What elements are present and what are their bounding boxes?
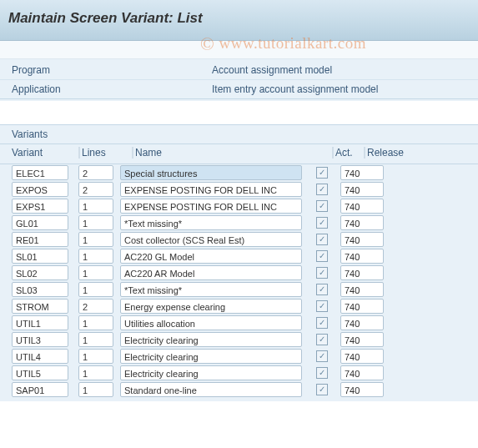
cell-lines[interactable]: 1 bbox=[78, 282, 113, 297]
table-row[interactable]: EXPS11EXPENSE POSTING FOR DELL INC✓740 bbox=[0, 198, 478, 214]
cell-variant[interactable]: SAP01 bbox=[12, 382, 68, 397]
cell-name[interactable]: EXPENSE POSTING FOR DELL INC bbox=[120, 182, 302, 197]
checkbox-act[interactable]: ✓ bbox=[316, 200, 328, 212]
cell-lines[interactable]: 1 bbox=[78, 349, 113, 364]
cell-release[interactable]: 740 bbox=[340, 282, 384, 297]
cell-name[interactable]: Energy expense clearing bbox=[120, 299, 302, 314]
cell-act: ✓ bbox=[307, 234, 337, 245]
cell-name[interactable]: EXPENSE POSTING FOR DELL INC bbox=[120, 199, 302, 214]
cell-release[interactable]: 740 bbox=[340, 349, 384, 364]
checkbox-act[interactable]: ✓ bbox=[316, 267, 328, 279]
cell-variant[interactable]: SL03 bbox=[12, 282, 68, 297]
table-row[interactable]: SL011AC220 GL Model✓740 bbox=[0, 248, 478, 264]
checkbox-act[interactable]: ✓ bbox=[316, 167, 328, 179]
checkbox-act[interactable]: ✓ bbox=[316, 250, 328, 262]
cell-release[interactable]: 740 bbox=[340, 299, 384, 314]
checkbox-act[interactable]: ✓ bbox=[316, 350, 328, 362]
checkbox-act[interactable]: ✓ bbox=[316, 300, 328, 312]
table-row[interactable]: UTIL31Electricity clearing✓740 bbox=[0, 331, 478, 348]
grid-body: ELEC12Special structures✓740EXPOS2EXPENS… bbox=[0, 164, 478, 401]
cell-name[interactable]: Utilities allocation bbox=[120, 315, 302, 330]
cell-act: ✓ bbox=[307, 367, 337, 379]
checkbox-act[interactable]: ✓ bbox=[316, 217, 328, 229]
cell-release[interactable]: 740 bbox=[340, 165, 384, 180]
cell-lines[interactable]: 2 bbox=[78, 165, 113, 180]
info-row-program: Program Account assignment model bbox=[0, 61, 478, 80]
cell-release[interactable]: 740 bbox=[340, 249, 384, 264]
table-row[interactable]: STROM2Energy expense clearing✓740 bbox=[0, 298, 478, 315]
cell-name[interactable]: Electricity clearing bbox=[120, 365, 302, 380]
checkbox-act[interactable]: ✓ bbox=[316, 384, 328, 395]
cell-name[interactable]: AC220 GL Model bbox=[120, 249, 302, 264]
cell-release[interactable]: 740 bbox=[340, 365, 384, 380]
cell-release[interactable]: 740 bbox=[340, 382, 384, 397]
cell-act: ✓ bbox=[307, 334, 337, 345]
cell-lines[interactable]: 1 bbox=[78, 232, 113, 247]
cell-release[interactable]: 740 bbox=[340, 332, 384, 347]
checkbox-act[interactable]: ✓ bbox=[316, 234, 328, 245]
cell-variant[interactable]: SL02 bbox=[12, 265, 68, 280]
cell-release[interactable]: 740 bbox=[340, 315, 384, 330]
cell-variant[interactable]: UTIL1 bbox=[12, 315, 68, 330]
checkbox-act[interactable]: ✓ bbox=[316, 184, 328, 195]
cell-lines[interactable]: 1 bbox=[78, 365, 113, 380]
cell-release[interactable]: 740 bbox=[340, 232, 384, 247]
cell-variant[interactable]: STROM bbox=[12, 299, 68, 314]
table-row[interactable]: GL011*Text missing*✓740 bbox=[0, 214, 478, 231]
cell-lines[interactable]: 2 bbox=[78, 299, 113, 314]
cell-variant[interactable]: ELEC1 bbox=[12, 165, 68, 180]
cell-variant[interactable]: UTIL5 bbox=[12, 365, 68, 380]
cell-variant[interactable]: GL01 bbox=[12, 215, 68, 230]
table-row[interactable]: UTIL41Electricity clearing✓740 bbox=[0, 348, 478, 365]
table-row[interactable]: SL021AC220 AR Model✓740 bbox=[0, 264, 478, 281]
cell-name[interactable]: Special structures bbox=[120, 165, 302, 180]
cell-lines[interactable]: 1 bbox=[78, 215, 113, 230]
checkbox-act[interactable]: ✓ bbox=[316, 284, 328, 295]
cell-act: ✓ bbox=[307, 217, 337, 229]
table-row[interactable]: UTIL51Electricity clearing✓740 bbox=[0, 365, 478, 381]
cell-variant[interactable]: UTIL3 bbox=[12, 332, 68, 347]
checkbox-act[interactable]: ✓ bbox=[316, 334, 328, 345]
table-row[interactable]: SAP011Standard one-line✓740 bbox=[0, 381, 478, 398]
cell-lines[interactable]: 1 bbox=[78, 249, 113, 264]
cell-name[interactable]: Standard one-line bbox=[120, 382, 302, 397]
application-label: Application bbox=[12, 83, 212, 95]
cell-release[interactable]: 740 bbox=[340, 199, 384, 214]
cell-variant[interactable]: SL01 bbox=[12, 249, 68, 264]
table-row[interactable]: RE011Cost collector (SCS Real Est)✓740 bbox=[0, 231, 478, 248]
table-row[interactable]: ELEC12Special structures✓740 bbox=[0, 164, 478, 181]
cell-lines[interactable]: 1 bbox=[78, 315, 113, 330]
table-row[interactable]: SL031*Text missing*✓740 bbox=[0, 281, 478, 298]
cell-lines[interactable]: 1 bbox=[78, 382, 113, 397]
col-header-name[interactable]: Name bbox=[132, 147, 332, 159]
cell-release[interactable]: 740 bbox=[340, 265, 384, 280]
cell-lines[interactable]: 2 bbox=[78, 182, 113, 197]
cell-release[interactable]: 740 bbox=[340, 215, 384, 230]
cell-lines[interactable]: 1 bbox=[78, 265, 113, 280]
cell-variant[interactable]: UTIL4 bbox=[12, 349, 68, 364]
col-header-lines[interactable]: Lines bbox=[78, 147, 132, 159]
cell-name[interactable]: *Text missing* bbox=[120, 215, 302, 230]
cell-act: ✓ bbox=[307, 184, 337, 195]
table-row[interactable]: EXPOS2EXPENSE POSTING FOR DELL INC✓740 bbox=[0, 181, 478, 198]
cell-variant[interactable]: EXPS1 bbox=[12, 199, 68, 214]
cell-name[interactable]: Electricity clearing bbox=[120, 349, 302, 364]
col-header-release[interactable]: Release bbox=[364, 147, 427, 159]
cell-lines[interactable]: 1 bbox=[78, 332, 113, 347]
grid-header: Variant Lines Name Act. Release bbox=[0, 144, 478, 164]
checkbox-act[interactable]: ✓ bbox=[316, 367, 328, 379]
cell-lines[interactable]: 1 bbox=[78, 199, 113, 214]
checkbox-act[interactable]: ✓ bbox=[316, 317, 328, 329]
col-header-act[interactable]: Act. bbox=[332, 147, 364, 159]
col-header-variant[interactable]: Variant bbox=[12, 147, 78, 159]
table-row[interactable]: UTIL11Utilities allocation✓740 bbox=[0, 315, 478, 331]
cell-name[interactable]: *Text missing* bbox=[120, 282, 302, 297]
cell-variant[interactable]: EXPOS bbox=[12, 182, 68, 197]
cell-name[interactable]: Electricity clearing bbox=[120, 332, 302, 347]
cell-variant[interactable]: RE01 bbox=[12, 232, 68, 247]
cell-release[interactable]: 740 bbox=[340, 182, 384, 197]
cell-name[interactable]: Cost collector (SCS Real Est) bbox=[120, 232, 302, 247]
cell-name[interactable]: AC220 AR Model bbox=[120, 265, 302, 280]
cell-act: ✓ bbox=[307, 317, 337, 329]
cell-act: ✓ bbox=[307, 250, 337, 262]
